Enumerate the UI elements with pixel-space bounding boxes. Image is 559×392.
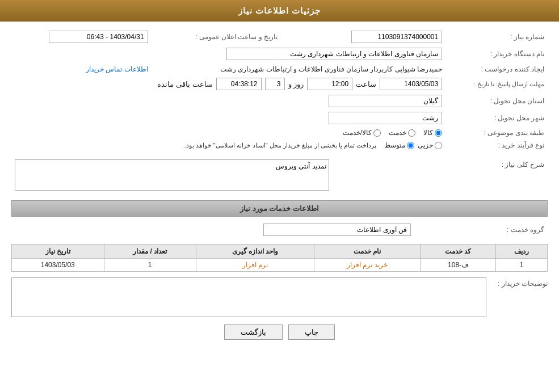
tabaqe-khedmat-label[interactable]: خدمت <box>389 129 415 137</box>
namdastgah-label: نام دستگاه خریدار : <box>445 45 548 62</box>
tosif-area <box>11 277 486 319</box>
info-table: شماره نیاز : تاریخ و ساعت اعلان عمومی : … <box>11 28 548 151</box>
col-radif: ردیف <box>496 245 548 259</box>
tarikh-label: تاریخ و ساعت اعلان عمومی : <box>152 28 281 45</box>
etela-link[interactable]: اطلاعات تماس خریدار <box>86 65 148 73</box>
ijadkonande-label: ایجاد کننده درخواست : <box>445 62 548 75</box>
row-sharh: شرح کلی نیاز : <box>11 157 548 195</box>
grohe-value-cell <box>11 221 414 238</box>
row-grohe: گروه خدمت : <box>11 221 548 238</box>
ijadkonande-value: حمیدرضا شیوایی کاربردار سازمان فناوری اط… <box>152 62 446 75</box>
table-row: 1ف-108خرید نرم افزارنرم افزار11403/05/03 <box>12 259 548 272</box>
col-tarikh: تاریخ نیاز <box>12 245 104 259</box>
row-noefar: نوع فرآیند خرید : جزیی متوسط پرداخت تمام… <box>11 139 548 151</box>
tarikh-input <box>49 31 148 43</box>
noefar-motavasset-label[interactable]: متوسط <box>384 141 414 149</box>
row-shahr: شهر محل تحویل : <box>11 109 548 127</box>
tosif-label: توضیحات خریدار : <box>491 277 548 288</box>
mohlat-time-label: ساعت <box>356 80 376 88</box>
col-tedad: تعداد / مقدار <box>104 245 196 259</box>
sharh-textarea[interactable] <box>15 159 329 191</box>
services-table: ردیف کد خدمت نام خدمت واحد اندازه گیری ت… <box>11 244 548 272</box>
mohlat-baqi-label: ساعت باقی مانده <box>157 80 212 88</box>
mohlat-baqi-input <box>216 78 262 90</box>
sharh-table: شرح کلی نیاز : <box>11 157 548 195</box>
row-namdastgah: نام دستگاه خریدار : <box>11 45 548 62</box>
noefar-options: جزیی متوسط پرداخت تمام یا بخشی از مبلغ خ… <box>11 139 445 151</box>
namdastgah-value <box>11 45 445 62</box>
mohlat-roz-input <box>265 78 285 90</box>
col-kod: کد خدمت <box>420 245 496 259</box>
tabaqe-kalakhedmat-text: کالا/خدمت <box>343 129 372 137</box>
page-title: جزئیات اطلاعات نیاز <box>238 6 321 15</box>
sharh-label: شرح کلی نیاز : <box>333 157 548 195</box>
mohlat-time-input <box>307 78 352 90</box>
services-header-row: ردیف کد خدمت نام خدمت واحد اندازه گیری ت… <box>12 245 548 259</box>
row-shomare: شماره نیاز : تاریخ و ساعت اعلان عمومی : <box>11 28 548 45</box>
print-button[interactable]: چاپ <box>288 324 335 340</box>
sharh-value-cell <box>11 157 333 195</box>
content-area: شماره نیاز : تاریخ و ساعت اعلان عمومی : … <box>0 22 559 356</box>
tabaqe-khedmat-radio[interactable] <box>408 129 415 137</box>
shomare-input <box>351 31 442 43</box>
services-table-head: ردیف کد خدمت نام خدمت واحد اندازه گیری ت… <box>12 245 548 259</box>
page-header: جزئیات اطلاعات نیاز <box>0 0 559 22</box>
ostan-value <box>11 92 445 109</box>
ostan-label: استان محل تحویل : <box>445 92 548 109</box>
shomare-label: شماره نیاز : <box>445 28 548 45</box>
row-tabaqe: طبقه بندی موضوعی : کالا خدمت <box>11 127 548 139</box>
tosif-row: توضیحات خریدار : <box>11 277 548 319</box>
mohlat-date-input <box>380 78 442 90</box>
shahr-label: شهر محل تحویل : <box>445 109 548 127</box>
ijadkonande-text: حمیدرضا شیوایی کاربردار سازمان فناوری اط… <box>220 65 442 73</box>
col-vahed: واحد اندازه گیری <box>196 245 314 259</box>
tabaqe-kala-text: کالا <box>423 129 433 137</box>
noefar-jozi-text: جزیی <box>418 141 433 149</box>
page-wrapper: جزئیات اطلاعات نیاز شماره نیاز : تاریخ و… <box>0 0 559 392</box>
services-table-body: 1ف-108خرید نرم افزارنرم افزار11403/05/03 <box>12 259 548 272</box>
grohe-table: گروه خدمت : <box>11 221 548 238</box>
noefar-motavasset-radio[interactable] <box>407 142 414 149</box>
mohlat-roz-label: روز و <box>288 80 304 88</box>
tabaqe-kala-radio[interactable] <box>435 129 442 137</box>
tabaqe-options: کالا خدمت کالا/خدمت <box>11 127 445 139</box>
etela-link-cell[interactable]: اطلاعات تماس خریدار <box>11 62 152 75</box>
tosif-textarea[interactable] <box>11 277 486 317</box>
noefar-motavasset-text: متوسط <box>384 141 405 149</box>
col-nam: نام خدمت <box>314 245 420 259</box>
noefar-label: نوع فرآیند خرید : <box>445 139 548 151</box>
khadamat-header: اطلاعات خدمات مورد نیاز <box>11 200 548 217</box>
tabaqe-kala-label[interactable]: کالا <box>423 129 442 137</box>
tabaqe-label: طبقه بندی موضوعی : <box>445 127 548 139</box>
namdastgah-input <box>226 48 442 60</box>
tabaqe-khedmat-text: خدمت <box>389 129 406 137</box>
noefar-jozi-label[interactable]: جزیی <box>418 141 442 149</box>
tabaqe-kalakhedmat-label[interactable]: کالا/خدمت <box>343 129 381 137</box>
tarikh-value <box>11 28 152 45</box>
back-button[interactable]: بازگشت <box>224 324 283 340</box>
shahr-input <box>329 112 442 124</box>
mohlat-row: ساعت روز و ساعت باقی مانده <box>11 75 445 92</box>
ostan-input <box>329 95 442 107</box>
shahr-value <box>11 109 445 127</box>
row-ijadkonande: ایجاد کننده درخواست : حمیدرضا شیوایی کار… <box>11 62 548 75</box>
buttons-row: بازگشت چاپ <box>11 324 548 340</box>
noefar-note: پرداخت تمام یا بخشی از مبلغ خریدار محل "… <box>184 142 377 149</box>
row-ostan: استان محل تحویل : <box>11 92 548 109</box>
mohlat-label: مهلت ارسال پاسخ: تا تاریخ : <box>445 75 548 92</box>
grohe-label: گروه خدمت : <box>414 221 548 238</box>
shomare-value <box>304 28 445 45</box>
grohe-input <box>263 224 411 236</box>
row-mohlat: مهلت ارسال پاسخ: تا تاریخ : ساعت روز و س… <box>11 75 548 92</box>
noefar-jozi-radio[interactable] <box>435 142 442 149</box>
tabaqe-kalakhedmat-radio[interactable] <box>373 129 381 137</box>
